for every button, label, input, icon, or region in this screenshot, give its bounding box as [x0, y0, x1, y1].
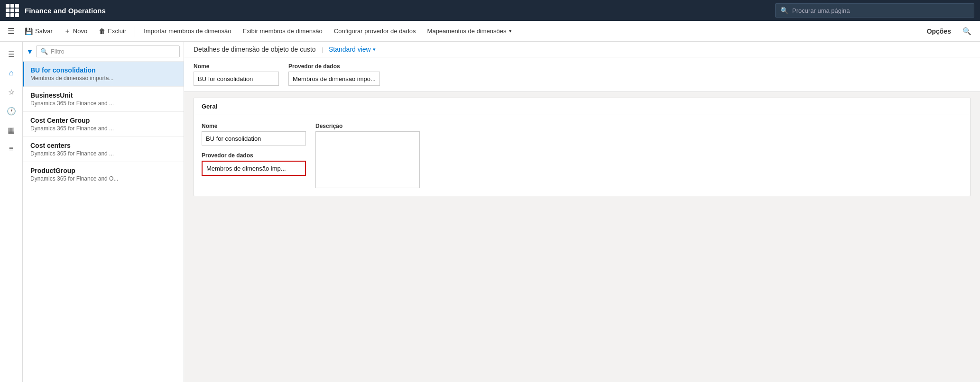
detail-panel: Detalhes de dimensão de objeto de custo … [184, 42, 980, 382]
summary-provedor-group: Provedor de dados Membros de dimensão im… [288, 63, 380, 86]
list-items: BU for consolidation Membros de dimensão… [23, 62, 184, 382]
recent-icon[interactable]: 🕐 [3, 102, 20, 119]
filter-icon[interactable]: ▼ [27, 48, 33, 55]
general-fields-right: Descrição [315, 123, 420, 188]
detail-summary: Nome BU for consolidation Provedor de da… [184, 57, 980, 92]
general-section: Geral Nome Provedor de dados Membros de … [194, 98, 971, 196]
cmd-sep-1 [135, 26, 135, 37]
list-item-sub: Dynamics 365 for Finance and ... [30, 125, 178, 132]
list-item-sub: Dynamics 365 for Finance and ... [30, 100, 178, 107]
delete-icon: 🗑 [99, 27, 105, 35]
top-nav: Finance and Operations 🔍 [0, 0, 980, 21]
summary-nome-value: BU for consolidation [194, 72, 279, 86]
menu-toggle-button[interactable]: ☰ [4, 24, 18, 38]
view-chevron-icon: ▾ [373, 46, 376, 53]
list-item-title: BU for consolidation [30, 66, 178, 74]
save-button[interactable]: 💾 Salvar [20, 25, 57, 38]
general-descricao-label: Descrição [315, 123, 420, 129]
top-search-input[interactable] [792, 7, 969, 14]
list-item-title: BusinessUnit [30, 91, 178, 99]
summary-provedor-label: Provedor de dados [288, 63, 380, 70]
list-panel: ▼ 🔍 BU for consolidation Membros de dime… [23, 42, 184, 382]
hamburger-icon[interactable]: ☰ [3, 45, 20, 63]
save-icon: 💾 [25, 27, 33, 35]
mappings-chevron-icon: ▾ [509, 28, 512, 34]
import-button[interactable]: Importar membros de dimensão [139, 25, 236, 37]
search-list-icon: 🔍 [40, 48, 48, 55]
list-item-sub: Dynamics 365 for Finance and O... [30, 175, 178, 182]
search-icon: 🔍 [962, 27, 971, 36]
general-section-body: Nome Provedor de dados Membros de dimens… [194, 115, 970, 196]
list-item[interactable]: ProductGroup Dynamics 365 for Finance an… [23, 162, 184, 187]
general-provedor-field: Provedor de dados Membros de dimensão im… [202, 152, 306, 176]
general-nome-input[interactable] [202, 131, 306, 146]
config-button[interactable]: Configurar provedor de dados [329, 25, 421, 37]
modules-icon[interactable]: ≡ [3, 140, 20, 157]
new-icon: ＋ [64, 27, 71, 36]
app-name: Finance and Operations [25, 7, 769, 15]
general-descricao-field: Descrição [315, 123, 420, 188]
general-provedor-label: Provedor de dados [202, 152, 306, 159]
general-nome-field: Nome [202, 123, 306, 146]
command-bar: ☰ 💾 Salvar ＋ Novo 🗑 Excluir Importar mem… [0, 21, 980, 42]
options-button[interactable]: Opções [922, 25, 956, 38]
list-item[interactable]: BU for consolidation Membros de dimensão… [23, 62, 184, 87]
list-search-input[interactable] [51, 48, 176, 55]
detail-header-title: Detalhes de dimensão de objeto de custo [194, 45, 316, 53]
standard-view-button[interactable]: Standard view ▾ [329, 45, 376, 53]
top-search-icon: 🔍 [780, 7, 788, 14]
list-item[interactable]: BusinessUnit Dynamics 365 for Finance an… [23, 87, 184, 112]
new-button[interactable]: ＋ Novo [59, 24, 92, 38]
general-provedor-select[interactable]: Membros de dimensão imp...Dynamics 365 f… [206, 165, 322, 172]
favorites-icon[interactable]: ☆ [3, 83, 20, 100]
search-button[interactable]: 🔍 [958, 24, 976, 38]
workspaces-icon[interactable]: ▦ [3, 121, 20, 138]
list-item-title: ProductGroup [30, 167, 178, 174]
home-icon[interactable]: ⌂ [3, 64, 20, 82]
summary-provedor-value: Membros de dimensão impo... [288, 72, 380, 86]
list-item[interactable]: Cost Center Group Dynamics 365 for Finan… [23, 112, 184, 137]
list-item[interactable]: Cost centers Dynamics 365 for Finance an… [23, 137, 184, 162]
summary-nome-group: Nome BU for consolidation [194, 63, 279, 86]
general-nome-label: Nome [202, 123, 306, 129]
list-item-sub: Membros de dimensão importa... [30, 75, 178, 82]
app-grid-icon[interactable] [6, 4, 19, 17]
mappings-button[interactable]: Mapeamentos de dimensões ▾ [423, 25, 517, 37]
view-members-button[interactable]: Exibir membros de dimensão [238, 25, 327, 37]
sidebar-icons: ☰ ⌂ ☆ 🕐 ▦ ≡ [0, 42, 23, 382]
general-descricao-input[interactable] [315, 131, 420, 188]
summary-nome-label: Nome [194, 63, 279, 70]
general-fields-left: Nome Provedor de dados Membros de dimens… [202, 123, 306, 176]
detail-header: Detalhes de dimensão de objeto de custo … [184, 42, 980, 57]
main-layout: ☰ ⌂ ☆ 🕐 ▦ ≡ ▼ 🔍 BU for consolidation Mem… [0, 42, 980, 382]
list-toolbar: ▼ 🔍 [23, 42, 184, 62]
general-provedor-select-wrap[interactable]: Membros de dimensão imp...Dynamics 365 f… [202, 161, 306, 176]
delete-button[interactable]: 🗑 Excluir [94, 25, 131, 38]
general-section-title: Geral [194, 98, 970, 115]
list-item-title: Cost Center Group [30, 117, 178, 124]
top-search-bar[interactable]: 🔍 [775, 3, 974, 18]
list-item-sub: Dynamics 365 for Finance and ... [30, 150, 178, 157]
search-input-wrap[interactable]: 🔍 [36, 45, 180, 57]
list-item-title: Cost centers [30, 142, 178, 149]
